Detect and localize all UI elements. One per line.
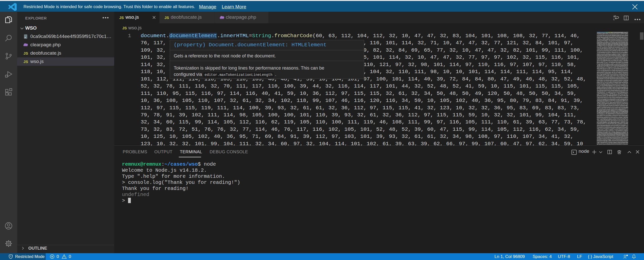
svg-text:ab: ab (613, 15, 616, 18)
svg-text:c: c (613, 18, 615, 21)
